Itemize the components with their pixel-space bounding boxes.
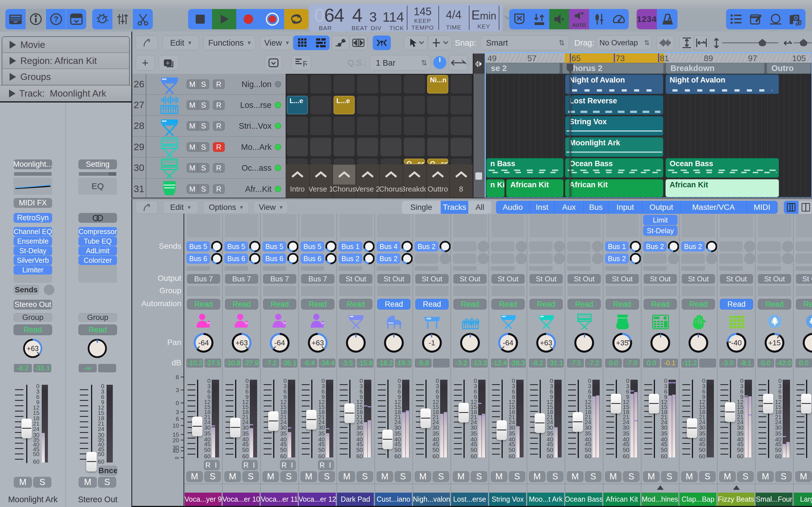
svg-text:R: R [303, 59, 307, 68]
svg-text:+: + [165, 59, 170, 67]
svg-text:?: ? [54, 15, 58, 23]
svg-text:AUTO: AUTO [573, 22, 586, 28]
